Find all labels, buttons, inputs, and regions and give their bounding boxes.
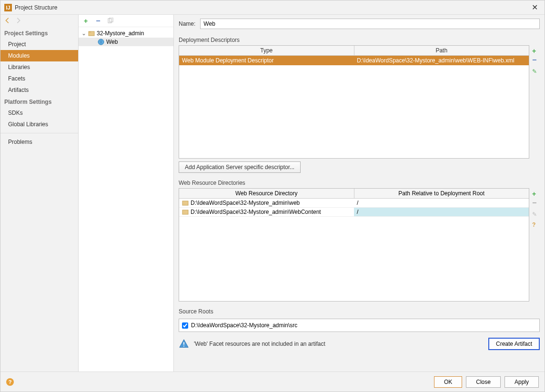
svg-rect-5 <box>182 201 188 205</box>
app-icon: IJ <box>4 4 12 11</box>
wrd-remove-icon[interactable]: − <box>532 201 539 207</box>
wrd-row[interactable]: D:\IdeaWordSpace\32-Mystore_admin\web / <box>179 199 529 208</box>
nav-libraries[interactable]: Libraries <box>0 61 78 73</box>
wrd-row-dir: D:\IdeaWordSpace\32-Mystore_admin\web <box>179 199 354 207</box>
copy-icon[interactable] <box>107 18 114 24</box>
close-icon[interactable]: ✕ <box>529 3 541 12</box>
name-input[interactable] <box>200 19 540 29</box>
dd-row-type: Web Module Deployment Descriptor <box>179 56 354 65</box>
add-server-descriptor-button[interactable]: Add Application Server specific descript… <box>179 161 301 173</box>
warning-message: 'Web' Facet resources are not included i… <box>194 341 484 347</box>
dialog-footer: ? OK Close Apply <box>0 372 545 392</box>
module-tree-panel: + − ⌄ 32-Mystore_admin Web <box>79 15 174 372</box>
wrd-row-rel: / <box>354 199 529 207</box>
settings-sidebar: Project Settings Project Modules Librari… <box>0 15 79 372</box>
svg-rect-3 <box>89 31 91 32</box>
web-facet-icon <box>98 39 104 45</box>
source-roots-box: D:\IdeaWordSpace\32-Mystore_admin\src <box>179 319 540 332</box>
nav-back-icon[interactable] <box>4 17 11 25</box>
source-roots-heading: Source Roots <box>179 308 540 315</box>
source-root-checkbox[interactable] <box>182 322 188 329</box>
wrd-edit-icon[interactable]: ✎ <box>532 211 539 218</box>
web-resource-directories-table[interactable]: Web Resource Directory Path Relative to … <box>179 188 529 302</box>
nav-project[interactable]: Project <box>0 39 78 50</box>
apply-button[interactable]: Apply <box>505 376 539 388</box>
warning-icon <box>179 339 189 349</box>
folder-icon <box>182 200 189 206</box>
facet-detail-panel: Name: Deployment Descriptors Type Path W… <box>174 15 545 372</box>
add-icon[interactable]: + <box>82 18 89 24</box>
nav-sdks[interactable]: SDKs <box>0 107 78 119</box>
svg-rect-8 <box>183 346 184 347</box>
svg-rect-7 <box>183 342 184 345</box>
tree-child-label: Web <box>106 39 118 45</box>
wrd-help-icon[interactable]: ? <box>532 221 539 228</box>
window-title: Project Structure <box>15 4 57 11</box>
wrd-row[interactable]: D:\IdeaWordSpace\32-Mystore_admin\WebCon… <box>179 208 529 217</box>
wrd-add-icon[interactable]: + <box>532 190 539 197</box>
nav-global-libraries[interactable]: Global Libraries <box>0 119 78 130</box>
source-root-path: D:\IdeaWordSpace\32-Mystore_admin\src <box>191 322 297 329</box>
tree-facet-web[interactable]: Web <box>79 38 173 46</box>
help-icon[interactable]: ? <box>6 378 14 386</box>
deployment-descriptors-table[interactable]: Type Path Web Module Deployment Descript… <box>179 45 529 159</box>
folder-icon <box>182 209 189 215</box>
web-resource-directories-heading: Web Resource Directories <box>179 180 540 186</box>
wrd-row-dir: D:\IdeaWordSpace\32-Mystore_admin\WebCon… <box>179 208 354 216</box>
module-icon <box>88 30 95 37</box>
name-label: Name: <box>179 20 195 27</box>
svg-rect-6 <box>182 210 188 214</box>
titlebar: IJ Project Structure ✕ <box>0 0 545 15</box>
chevron-down-icon: ⌄ <box>81 30 86 37</box>
dd-remove-icon[interactable]: − <box>532 58 539 64</box>
nav-facets[interactable]: Facets <box>0 73 78 84</box>
wrd-col-dir: Web Resource Directory <box>179 189 354 198</box>
wrd-col-rel: Path Relative to Deployment Root <box>354 189 529 198</box>
dd-row-path: D:\IdeaWordSpace\32-Mystore_admin\web\WE… <box>354 56 529 65</box>
dd-edit-icon[interactable]: ✎ <box>532 68 539 75</box>
dd-add-icon[interactable]: + <box>532 47 539 54</box>
wrd-row-rel: / <box>354 208 529 216</box>
nav-artifacts[interactable]: Artifacts <box>0 84 78 96</box>
section-platform-settings: Platform Settings <box>0 96 78 107</box>
ok-button[interactable]: OK <box>434 376 462 388</box>
tree-module-root[interactable]: ⌄ 32-Mystore_admin <box>79 29 173 38</box>
deployment-descriptors-heading: Deployment Descriptors <box>179 37 540 43</box>
close-button[interactable]: Close <box>466 376 501 388</box>
nav-modules[interactable]: Modules <box>0 50 78 61</box>
section-project-settings: Project Settings <box>0 27 78 39</box>
nav-problems[interactable]: Problems <box>0 136 78 148</box>
dd-row[interactable]: Web Module Deployment Descriptor D:\Idea… <box>179 56 529 65</box>
remove-icon[interactable]: − <box>95 18 101 24</box>
tree-root-label: 32-Mystore_admin <box>97 30 144 37</box>
dd-col-type: Type <box>179 46 354 55</box>
nav-forward-icon[interactable] <box>15 17 21 25</box>
create-artifact-button[interactable]: Create Artifact <box>488 338 540 350</box>
dd-col-path: Path <box>354 46 529 55</box>
